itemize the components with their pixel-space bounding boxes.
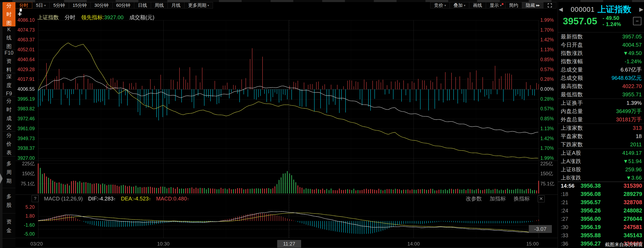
sidebar-item-shendu-f9[interactable]: 深度F9 <box>2 73 16 97</box>
stat-label: 上证A股 <box>561 149 581 157</box>
macd-indicator-header: ? MACD (12,26,9) DIF:-4.283↑ DEA:-4.523↑… <box>32 195 189 202</box>
bid-button[interactable]: 竞价▾ <box>430 2 450 9</box>
period-button-15分钟[interactable]: 15分钟 <box>69 2 91 9</box>
period-button-更多周期[interactable]: 更多周期▾ <box>184 2 213 9</box>
macd-action-换指标[interactable]: 换指标 <box>514 195 530 202</box>
sidebar-item-fenshi-chengjiao[interactable]: 分时成交 <box>2 97 16 131</box>
stat-row: 平盘家数18 <box>558 132 644 140</box>
period-label: 60分钟 <box>116 2 130 9</box>
sidebar-item-f10ziliao[interactable]: F10资料 <box>2 50 16 73</box>
period-button-30分钟[interactable]: 30分钟 <box>90 2 112 9</box>
sidebar-item-label: 资 <box>6 58 12 65</box>
axis-label-left: 75.1亿 <box>16 181 35 187</box>
simple-mode-button[interactable]: 简约 <box>505 2 522 9</box>
stat-value: ▼51.94 <box>623 158 642 164</box>
period-toolbar: 分时5日▾5分钟15分钟30分钟60分钟日线周线月线更多周期▾ 竞价▾ 叠加▾ … <box>16 2 558 9</box>
axis-label-right: 1.42% <box>540 37 559 43</box>
axis-label-left: 3961.09 <box>16 126 35 131</box>
macd-action-加指标[interactable]: 加指标 <box>490 195 506 202</box>
tick-price: 3956.38 <box>580 183 612 189</box>
sidebar-item-fenshitu[interactable]: 分时图 <box>2 2 16 27</box>
period-button-5分钟[interactable]: 5分钟 <box>49 2 69 9</box>
change-column: - 49.50 - 1.24% <box>602 15 621 27</box>
prev-stock-icon[interactable]: ◀ <box>559 6 563 13</box>
axis-label-right: 1.42% <box>540 136 559 141</box>
sidebar-item-duozhouqi[interactable]: 多周期 <box>2 156 16 188</box>
stat-row: 总成交额9648.63亿元 <box>558 74 644 82</box>
sidebar-item-kxiantu[interactable]: K线图 <box>2 27 16 50</box>
axis-label-left: 225亿 <box>16 161 35 167</box>
time-axis-label: 03/20 <box>30 240 43 248</box>
draw-line-button[interactable]: 画线 <box>469 2 486 9</box>
period-button-分时[interactable]: 分时 <box>15 2 32 9</box>
tick-volume: 276044 <box>624 216 642 222</box>
sidebar-item-label: 价 <box>6 141 12 147</box>
tick-volume: 289279 <box>624 191 642 197</box>
macd-actions: 改参数加指标换指标✕ <box>466 195 545 202</box>
amount-axis-label: 成交额(元) <box>129 14 154 21</box>
quote-panel: ◀ 000001 上证指数 ▶ 3957.05 - 49.50 - 1.24% … <box>558 2 644 248</box>
stat-row: 最新指数3957.05 <box>558 33 644 41</box>
stat-row: 上证A股4149.17 <box>558 149 644 157</box>
sidebar-item-label: 时 <box>6 11 12 18</box>
stat-row: 外盘总量30181万手 <box>558 115 644 124</box>
axis-label-right: 0.57% <box>540 67 559 72</box>
sidebar-item-duogu[interactable]: 多股 <box>2 188 16 213</box>
sidebar-item-fenjiabiao[interactable]: 分价表 <box>2 131 16 156</box>
display-button[interactable]: 显示▾ <box>486 2 506 9</box>
chevron-down-icon: ▾ <box>444 4 446 7</box>
stat-label: 最新指数 <box>561 33 583 40</box>
help-icon[interactable]: ? <box>32 195 38 202</box>
period-button-日线[interactable]: 日线 <box>134 2 151 9</box>
overlay-button[interactable]: 叠加▾ <box>450 2 469 9</box>
sidebar-item-label: 多 <box>6 193 12 200</box>
period-label: 5分钟 <box>53 2 65 9</box>
axis-label-left: 4006.55 <box>16 86 35 92</box>
time-axis-label: 14:00 <box>402 240 426 248</box>
intraday-chart-canvas[interactable] <box>16 9 558 248</box>
tick-price: 3956.57 <box>580 199 612 206</box>
stock-name: 上证指数 <box>598 4 632 15</box>
stat-value: -1.24% <box>625 58 642 65</box>
stat-value: 1.39% <box>626 100 642 106</box>
period-button-周线[interactable]: 周线 <box>151 2 168 9</box>
period-button-5日[interactable]: 5日▾ <box>32 2 50 9</box>
axis-label-left: 3983.82 <box>16 106 35 112</box>
tick-time: :36 <box>561 240 580 247</box>
stat-row: 指数涨幅-1.24% <box>558 57 644 66</box>
stat-row: 上涨家数313 <box>558 124 644 132</box>
axis-label-right: 0.85% <box>540 57 559 62</box>
stat-label: 指数涨幅 <box>561 58 583 65</box>
collapse-panel-button[interactable]: − <box>633 17 641 25</box>
stat-value: 3955.71 <box>622 91 642 98</box>
period-button-60分钟[interactable]: 60分钟 <box>112 2 134 9</box>
tick-row: 14:563956.38315390 <box>558 182 644 190</box>
tick-price: 3956.26 <box>580 207 612 214</box>
axis-label-left: 3949.73 <box>16 136 35 141</box>
stat-label: 上证B股 <box>561 166 581 173</box>
period-button-月线[interactable]: 月线 <box>168 2 184 9</box>
sidebar-item-label: K <box>7 27 11 33</box>
next-stock-icon[interactable]: ▶ <box>639 6 644 13</box>
hide-panel-button[interactable]: 隐藏▶▶ <box>522 2 544 9</box>
close-indicator-icon[interactable]: ✕ <box>538 195 545 202</box>
tick-volume: 315390 <box>624 183 642 189</box>
chart-period-label: 分时 <box>65 14 76 21</box>
period-label: 30分钟 <box>94 2 108 9</box>
stat-value: 4149.17 <box>622 150 642 156</box>
stat-value: 30181万手 <box>616 116 642 123</box>
sidebar-item-label: 资 <box>6 218 12 225</box>
sidebar-item-label: F9 <box>6 91 12 97</box>
axis-label-right: 1.13% <box>540 126 559 131</box>
axis-label-right: 1.13% <box>540 47 559 53</box>
sidebar-item-label: 周 <box>6 169 12 176</box>
sidebar-item-label: 线 <box>6 34 12 41</box>
fullscreen-button[interactable] <box>543 2 556 9</box>
macd-action-改参数[interactable]: 改参数 <box>466 195 482 202</box>
tick-row: :243956.26248082 <box>558 206 644 215</box>
sidebar-item-zijin[interactable]: 资金 <box>2 213 16 238</box>
tick-volume: 247581 <box>624 224 642 230</box>
stat-value: 259.96 <box>625 166 642 173</box>
stat-label: 最低指数 <box>561 91 583 98</box>
watermark: 截图来自东方财富 <box>605 241 643 248</box>
